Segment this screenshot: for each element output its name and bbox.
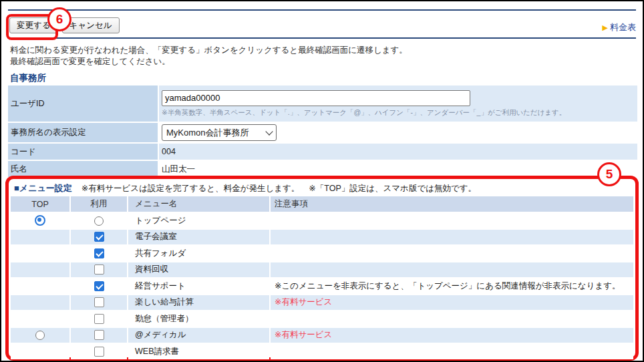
menu-row-note: [271, 262, 633, 278]
menu-row-note: ※このメニューを非表示にすると、「トップページ」にある関連情報が非表示になります…: [271, 279, 633, 294]
field-value: 004: [159, 144, 637, 160]
top-cell: [11, 262, 69, 278]
menu-row: 資料回収: [11, 262, 633, 278]
menu-row-note: [271, 344, 633, 359]
field-value: 山田太一: [159, 161, 637, 177]
radio-unchecked[interactable]: [94, 216, 104, 226]
intro-text: 料金に関わる変更が行なわれた場合、「変更する」ボタンをクリックすると最終確認画面…: [10, 45, 408, 67]
use-cell: [71, 246, 127, 261]
top-cell: [11, 213, 69, 228]
menu-row: 電子会議室: [11, 230, 633, 245]
toolbar: 変更する キャンセル: [9, 17, 120, 33]
menu-name: WEB請求書: [128, 344, 269, 359]
office-name-select[interactable]: MyKomon会計事務所: [162, 124, 277, 141]
menu-row-note: [271, 230, 633, 245]
menu-section-title: ■メニュー設定: [14, 182, 72, 194]
menu-row-note: [271, 246, 633, 261]
top-cell: [11, 295, 69, 311]
menu-name: トップページ: [128, 213, 269, 228]
field-label: ユーザID: [8, 85, 158, 122]
checkbox-checked[interactable]: [94, 248, 104, 258]
column-header-top: TOP: [11, 196, 69, 212]
menu-row: 楽しい給与計算※有料サービス: [11, 295, 633, 311]
checkbox-unchecked[interactable]: [94, 297, 104, 307]
paid-service-note: ※有料サービス: [271, 295, 633, 311]
change-button[interactable]: 変更する: [9, 17, 58, 33]
checkbox-checked[interactable]: [94, 232, 104, 242]
intro-line-2: 最終確認画面で変更を確定してください。: [10, 56, 408, 67]
menu-section-note-paid: ※有料サービスは設定を完了すると、料金が発生します。: [82, 183, 300, 194]
menu-name: 電子会議室: [128, 230, 269, 245]
top-cell: [11, 311, 69, 327]
menu-row: トップページ: [11, 213, 633, 228]
cancel-button[interactable]: キャンセル: [62, 17, 120, 33]
use-cell: [71, 230, 127, 245]
menu-table: TOP 利用 メニュー名 注意事項 トップページ電子会議室共有フォルダ資料回収経…: [9, 195, 635, 361]
menu-row-note: [271, 213, 633, 228]
use-cell: [71, 279, 127, 294]
use-cell: [71, 262, 127, 278]
office-table: ユーザID※半角英数字、半角スペース、ドット「.」、アットマーク「@」、ハイフン…: [7, 84, 639, 178]
menu-row: 勤怠（管理者）: [11, 311, 633, 327]
checkbox-unchecked[interactable]: [94, 347, 104, 357]
use-cell: [71, 295, 127, 311]
field-value-cell: ※半角英数字、半角スペース、ドット「.」、アットマーク「@」、ハイフン「-」、ア…: [159, 85, 637, 122]
menu-section-header: ■メニュー設定 ※有料サービスは設定を完了すると、料金が発生します。 ※「TOP…: [9, 180, 635, 195]
radio-unchecked[interactable]: [35, 331, 45, 340]
checkbox-checked[interactable]: [94, 281, 104, 291]
field-label: 事務所名の表示設定: [8, 123, 158, 142]
menu-row: @メディカル※有料サービス: [11, 328, 633, 343]
checkbox-unchecked[interactable]: [94, 330, 104, 340]
menu-name: @メディカル: [128, 328, 269, 343]
office-row: コード004: [8, 144, 637, 160]
use-cell: [71, 328, 127, 343]
paid-service-note: ※有料サービス: [271, 328, 633, 343]
menu-table-header-row: TOP 利用 メニュー名 注意事項: [11, 196, 633, 212]
menu-settings-annotation-box: ■メニュー設定 ※有料サービスは設定を完了すると、料金が発生します。 ※「TOP…: [5, 176, 639, 361]
price-list-link[interactable]: ▶ 料金表: [603, 21, 636, 33]
menu-name: 共有フォルダ: [128, 246, 269, 261]
top-cell: [11, 230, 69, 245]
menu-row: WEB請求書: [11, 344, 633, 359]
menu-name: 資料回収: [128, 262, 269, 278]
office-section-title: 自事務所: [10, 72, 46, 84]
use-cell: [71, 213, 127, 228]
column-header-use: 利用: [71, 196, 127, 212]
intro-line-1: 料金に関わる変更が行なわれた場合、「変更する」ボタンをクリックすると最終確認画面…: [10, 45, 408, 56]
field-value-cell: MyKomon会計事務所: [159, 123, 637, 142]
field-label: コード: [8, 144, 158, 160]
page-frame: 変更する キャンセル ▶ 料金表 料金に関わる変更が行なわれた場合、「変更する」…: [0, 0, 644, 362]
office-row: ユーザID※半角英数字、半角スペース、ドット「.」、アットマーク「@」、ハイフン…: [8, 85, 637, 122]
use-cell: [71, 344, 127, 359]
menu-row: 経営サポート※このメニューを非表示にすると、「トップページ」にある関連情報が非表…: [11, 279, 633, 294]
menu-row: 共有フォルダ: [11, 246, 633, 261]
user-id-input[interactable]: [162, 90, 470, 106]
top-cell: [11, 328, 69, 343]
field-label: 氏名: [8, 161, 158, 177]
arrow-right-icon: ▶: [603, 24, 608, 31]
menu-name: 楽しい給与計算: [128, 295, 269, 311]
radio-checked[interactable]: [35, 215, 45, 226]
menu-row-note: [271, 311, 633, 327]
use-cell: [71, 311, 127, 327]
menu-section-note-top: ※「TOP」設定は、スマホ版では無効です。: [309, 183, 476, 194]
chevron-down-icon: [265, 128, 273, 135]
select-value: MyKomon会計事務所: [166, 127, 249, 139]
office-row: 氏名山田太一: [8, 161, 637, 177]
menu-name: 経営サポート: [128, 279, 269, 294]
top-cell: [11, 344, 69, 359]
toolbar-divider: [8, 37, 636, 39]
top-cell: [11, 279, 69, 294]
office-row: 事務所名の表示設定MyKomon会計事務所: [8, 123, 637, 142]
top-cell: [11, 246, 69, 261]
price-list-label: 料金表: [610, 21, 636, 33]
column-header-menu-name: メニュー名: [128, 196, 269, 212]
checkbox-unchecked[interactable]: [94, 314, 104, 324]
checkbox-unchecked[interactable]: [94, 264, 104, 275]
field-note: ※半角英数字、半角スペース、ドット「.」、アットマーク「@」、ハイフン「-」、ア…: [162, 108, 635, 118]
column-header-notes: 注意事項: [271, 196, 633, 212]
top-divider: [8, 9, 636, 11]
menu-name: 勤怠（管理者）: [128, 311, 269, 327]
